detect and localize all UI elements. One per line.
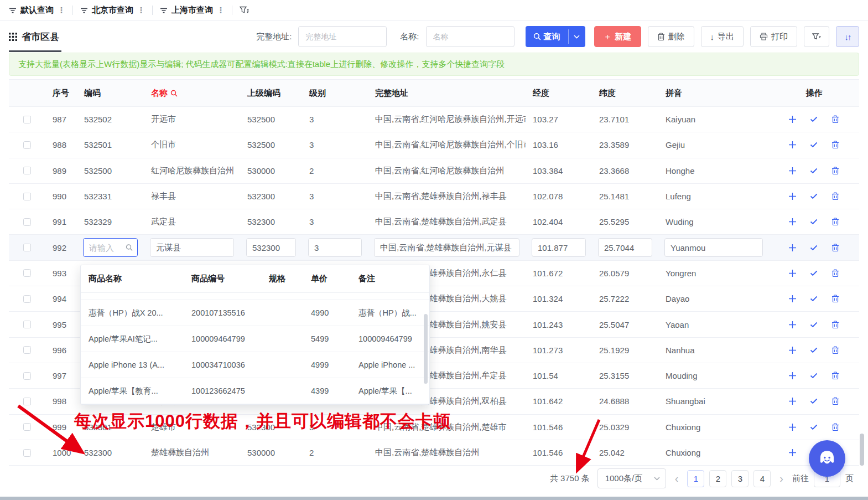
row-checkbox[interactable] xyxy=(9,193,45,200)
name-input[interactable] xyxy=(426,26,514,47)
more-vertical-icon[interactable]: ⋮ xyxy=(137,6,145,14)
add-row-icon[interactable] xyxy=(789,218,796,225)
delete-row-icon[interactable] xyxy=(831,269,839,277)
page-button-2[interactable]: 2 xyxy=(709,470,726,487)
row-checkbox[interactable] xyxy=(9,218,45,226)
funnel-icon[interactable] xyxy=(240,6,249,14)
confirm-row-icon[interactable] xyxy=(810,245,818,251)
address-input[interactable] xyxy=(298,26,387,47)
column-header-name[interactable]: 名称 xyxy=(144,88,240,99)
row-checkbox[interactable] xyxy=(9,141,45,149)
add-row-icon[interactable] xyxy=(789,424,796,431)
add-row-icon[interactable] xyxy=(789,347,796,354)
parent-code-input[interactable] xyxy=(246,238,296,257)
name-input[interactable] xyxy=(150,238,234,257)
delete-row-icon[interactable] xyxy=(831,321,839,329)
confirm-row-icon[interactable] xyxy=(810,322,818,328)
row-checkbox[interactable] xyxy=(9,116,45,123)
pinyin-input[interactable] xyxy=(664,238,763,257)
row-checkbox[interactable] xyxy=(9,321,45,328)
confirm-row-icon[interactable] xyxy=(810,270,818,276)
level-input[interactable] xyxy=(308,238,362,257)
confirm-row-icon[interactable] xyxy=(810,142,818,148)
query-tab-default[interactable]: 默认查询 ⋮ xyxy=(9,5,65,16)
export-button[interactable]: ↓导出 xyxy=(701,26,744,47)
row-actions xyxy=(769,141,859,149)
popup-product-row[interactable]: Apple/苹果【教育...1001236624754399Apple/苹果【.… xyxy=(81,378,429,404)
add-row-icon[interactable] xyxy=(789,270,796,277)
query-tab-beijing[interactable]: 北京市查询 ⋮ xyxy=(80,5,145,16)
row-checkbox[interactable] xyxy=(9,398,45,405)
delete-row-icon[interactable] xyxy=(831,372,839,380)
row-checkbox[interactable] xyxy=(9,244,45,251)
row-checkbox[interactable] xyxy=(9,269,45,277)
longitude-input[interactable] xyxy=(532,238,586,257)
row-checkbox[interactable] xyxy=(9,372,45,380)
delete-row-icon[interactable] xyxy=(831,295,839,303)
add-row-icon[interactable] xyxy=(789,141,796,148)
sort-button[interactable]: ↓↑ xyxy=(836,26,859,47)
query-tab-shanghai[interactable]: 上海市查询 ⋮ xyxy=(160,5,225,16)
search-icon[interactable] xyxy=(126,244,133,251)
delete-row-icon[interactable] xyxy=(831,115,839,123)
print-button[interactable]: 打印 xyxy=(750,26,797,47)
prev-page-button[interactable]: ‹ xyxy=(674,473,680,484)
add-row-icon[interactable] xyxy=(789,449,796,456)
popup-scrollbar[interactable] xyxy=(424,314,428,384)
create-button[interactable]: ＋新建 xyxy=(594,26,641,47)
confirm-row-icon[interactable] xyxy=(810,347,818,353)
query-dropdown-button[interactable] xyxy=(569,26,585,47)
address-input[interactable] xyxy=(374,238,519,257)
confirm-row-icon[interactable] xyxy=(810,424,818,430)
add-row-icon[interactable] xyxy=(789,244,796,251)
popup-product-row[interactable]: Apple iPhone 13 (A...1000347100364999App… xyxy=(81,352,429,378)
popup-product-row[interactable]: 惠普（HP）战X 20...2001071355164990惠普（HP）战... xyxy=(81,300,429,326)
delete-row-icon[interactable] xyxy=(831,244,839,252)
delete-row-icon[interactable] xyxy=(831,218,839,226)
more-vertical-icon[interactable]: ⋮ xyxy=(58,6,65,14)
row-checkbox[interactable] xyxy=(9,167,45,174)
latitude-input[interactable] xyxy=(598,238,652,257)
add-row-icon[interactable] xyxy=(789,295,796,302)
delete-row-icon[interactable] xyxy=(831,141,839,149)
confirm-row-icon[interactable] xyxy=(810,168,818,174)
table-row: 991532329武定县5323003中国,云南省,楚雄彝族自治州,武定县102… xyxy=(9,209,859,235)
delete-row-icon[interactable] xyxy=(831,397,839,405)
confirm-row-icon[interactable] xyxy=(810,219,818,225)
next-page-button[interactable]: › xyxy=(778,473,784,484)
delete-button[interactable]: 删除 xyxy=(648,26,694,47)
add-row-icon[interactable] xyxy=(789,167,796,174)
add-row-icon[interactable] xyxy=(789,116,796,123)
confirm-row-icon[interactable] xyxy=(810,373,818,379)
page-button-1[interactable]: 1 xyxy=(687,470,704,487)
add-row-icon[interactable] xyxy=(789,193,796,200)
add-row-icon[interactable] xyxy=(789,372,796,379)
row-checkbox[interactable] xyxy=(9,295,45,303)
add-row-icon[interactable] xyxy=(789,398,796,405)
chat-widget-button[interactable] xyxy=(809,440,845,477)
query-tab-label: 北京市查询 xyxy=(92,5,133,16)
query-button[interactable]: 查询 xyxy=(526,26,568,47)
cell-longitude: 101.273 xyxy=(526,346,592,355)
add-row-icon[interactable] xyxy=(789,321,796,328)
confirm-row-icon[interactable] xyxy=(810,116,818,122)
delete-row-icon[interactable] xyxy=(831,346,839,354)
row-checkbox[interactable] xyxy=(9,449,45,457)
confirm-row-icon[interactable] xyxy=(810,193,818,199)
more-vertical-icon[interactable]: ⋮ xyxy=(217,6,225,14)
row-checkbox[interactable] xyxy=(9,423,45,431)
cell-pinyin: Shuangbai xyxy=(658,396,769,406)
row-checkbox[interactable] xyxy=(9,346,45,354)
delete-row-icon[interactable] xyxy=(831,192,839,200)
page-size-select[interactable]: 1000条/页 xyxy=(597,468,666,488)
page-button-4[interactable]: 4 xyxy=(753,470,771,487)
popup-product-row[interactable]: Apple/苹果AI笔记...1000094647995499100009464… xyxy=(81,326,429,352)
confirm-row-icon[interactable] xyxy=(810,296,818,302)
column-filter-button[interactable] xyxy=(804,26,829,47)
delete-row-icon[interactable] xyxy=(831,423,839,431)
delete-row-icon[interactable] xyxy=(831,167,839,175)
window-scrollbar-thumb[interactable] xyxy=(860,434,864,466)
page-button-3[interactable]: 3 xyxy=(731,470,749,487)
page-title-tab[interactable]: 省市区县 xyxy=(9,21,61,52)
confirm-row-icon[interactable] xyxy=(810,398,818,404)
